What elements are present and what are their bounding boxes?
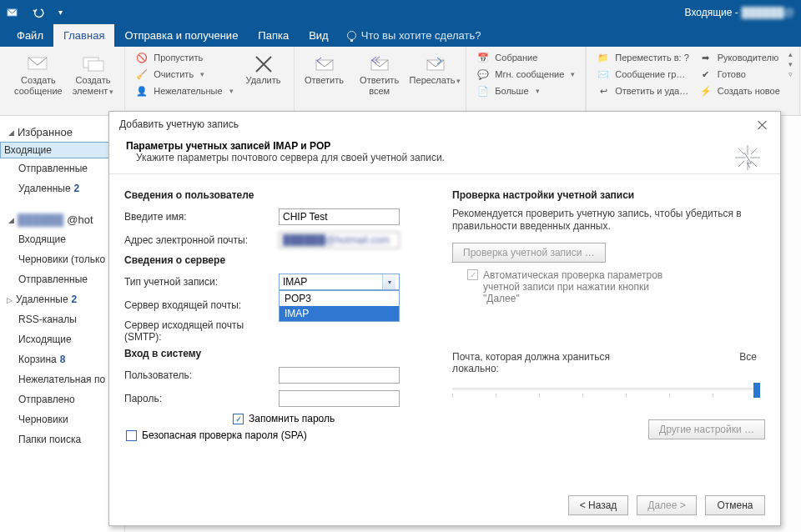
team-msg-button[interactable]: ✉️Сообщение гр… bbox=[593, 67, 693, 82]
slider-thumb[interactable] bbox=[753, 383, 760, 398]
nav-search-folders[interactable]: Папки поиска bbox=[0, 429, 124, 449]
clean-button[interactable]: 🧹Очистить▾ bbox=[132, 67, 236, 82]
slider-label: Почта, которая должна храниться локально… bbox=[452, 351, 619, 374]
favorites-group[interactable]: ◢Избранное bbox=[0, 123, 124, 142]
to-manager-button[interactable]: ➡︎Руководителю bbox=[696, 50, 783, 65]
skip-icon: 🚫 bbox=[135, 51, 149, 64]
server-section-header: Сведения о сервере bbox=[124, 254, 437, 266]
more-icon: 📄 bbox=[476, 84, 490, 98]
account-type-label: Тип учетной записи: bbox=[124, 276, 279, 288]
tab-home[interactable]: Главная bbox=[53, 24, 114, 47]
test-note: Рекомендуется проверить учетную запись, … bbox=[452, 208, 765, 233]
nav-inbox-2[interactable]: Входящие bbox=[0, 229, 124, 249]
calendar-icon: 📅 bbox=[476, 51, 490, 64]
spa-checkbox[interactable]: ✓ bbox=[126, 430, 137, 441]
nav-drafts-only[interactable]: Черновики (только bbox=[0, 249, 124, 269]
name-label: Введите имя: bbox=[124, 211, 279, 223]
qat-more-icon[interactable]: ▾ bbox=[58, 8, 63, 17]
caret-down-icon: ◢ bbox=[8, 128, 14, 137]
account-type-select[interactable]: IMAP▾ bbox=[279, 274, 400, 290]
quicksteps-up[interactable]: ▴ bbox=[788, 50, 793, 58]
offline-mail-slider[interactable] bbox=[452, 379, 765, 399]
window-title: Входящие - bbox=[685, 7, 738, 18]
svg-line-13 bbox=[738, 148, 744, 154]
dialog-right-column: Проверка настройки учетной записи Рекоме… bbox=[452, 184, 765, 441]
next-button[interactable]: Далее > bbox=[637, 495, 697, 515]
reply-icon bbox=[312, 53, 337, 73]
meeting-button[interactable]: 📅Собрание bbox=[473, 50, 578, 65]
nav-junk[interactable]: Нежелательная по bbox=[0, 369, 124, 389]
lightning-icon: ⚡ bbox=[699, 84, 713, 98]
auto-test-checkbox[interactable]: ✓ bbox=[467, 269, 478, 280]
junk-button[interactable]: 👤Нежелательные▾ bbox=[132, 83, 236, 98]
nav-sent[interactable]: Отправленные bbox=[0, 158, 124, 178]
nav-sent-3[interactable]: Отправлено bbox=[0, 389, 124, 409]
done-button[interactable]: ✔︎Готово bbox=[696, 67, 783, 82]
reply-all-icon bbox=[367, 53, 392, 73]
nav-deleted-2[interactable]: ▷Удаленные2 bbox=[0, 289, 124, 309]
nav-trash[interactable]: Корзина8 bbox=[0, 349, 124, 369]
bulb-icon bbox=[347, 31, 356, 40]
app-menu-icon[interactable] bbox=[7, 7, 20, 19]
move-to-button[interactable]: 📁Переместить в: ? bbox=[593, 50, 693, 65]
tab-file[interactable]: Файл bbox=[7, 24, 53, 47]
tab-view[interactable]: Вид bbox=[299, 24, 339, 47]
name-input[interactable] bbox=[279, 208, 400, 225]
forward-button[interactable]: Переслать▾ bbox=[411, 50, 460, 87]
option-pop3[interactable]: POP3 bbox=[280, 291, 399, 306]
nav-inbox[interactable]: Входящие bbox=[0, 142, 121, 158]
account-type-dropdown: POP3 IMAP bbox=[279, 290, 400, 322]
folder-icon: 📁 bbox=[597, 51, 610, 64]
nav-sent-2[interactable]: Отправленные bbox=[0, 269, 124, 289]
outgoing-server-label: Сервер исходящей почты (SMTP): bbox=[124, 319, 279, 343]
im-button[interactable]: 💬Мгн. сообщение▾ bbox=[473, 67, 578, 82]
svg-line-14 bbox=[751, 161, 757, 167]
tab-sendreceive[interactable]: Отправка и получение bbox=[114, 24, 248, 47]
dialog-left-column: Сведения о пользователе Введите имя: Адр… bbox=[124, 184, 437, 441]
more-settings-button[interactable]: Другие настройки … bbox=[648, 419, 765, 439]
dialog-close-button[interactable] bbox=[755, 118, 770, 133]
forward-icon bbox=[423, 53, 448, 73]
more-button[interactable]: 📄Больше▾ bbox=[473, 83, 578, 98]
nav-drafts-2[interactable]: Черновики bbox=[0, 409, 124, 429]
nav-outgoing[interactable]: Исходящие bbox=[0, 329, 124, 349]
delete-button[interactable]: Удалить bbox=[240, 50, 287, 86]
chat-icon: 💬 bbox=[476, 68, 490, 81]
password-input[interactable] bbox=[279, 390, 400, 407]
slider-value: Все bbox=[739, 351, 757, 374]
account-group[interactable]: ◢██████@hot bbox=[0, 210, 124, 229]
broom-icon: 🧹 bbox=[135, 68, 149, 81]
reply-del-icon: ↩︎ bbox=[597, 84, 610, 98]
title-bar: ▾ Входящие - ██████@ bbox=[0, 0, 801, 25]
user-section-header: Сведения о пользователе bbox=[124, 189, 437, 201]
tab-folder[interactable]: Папка bbox=[248, 24, 299, 47]
test-account-button[interactable]: Проверка учетной записи … bbox=[452, 243, 606, 263]
skip-button[interactable]: 🚫Пропустить bbox=[132, 50, 236, 65]
new-item-button[interactable]: Создать элемент▾ bbox=[68, 50, 118, 98]
svg-line-15 bbox=[751, 148, 757, 154]
caret-down-icon: ◢ bbox=[8, 216, 14, 224]
remember-password-label: Запомнить пароль bbox=[249, 413, 335, 424]
block-icon: 👤 bbox=[135, 84, 149, 98]
cancel-button[interactable]: Отмена bbox=[705, 495, 765, 515]
reply-delete-button[interactable]: ↩︎Ответить и уда… bbox=[593, 83, 693, 98]
nav-deleted[interactable]: Удаленные2 bbox=[0, 178, 124, 198]
dialog-title: Добавить учетную запись bbox=[119, 118, 239, 130]
test-section-header: Проверка настройки учетной записи bbox=[452, 189, 765, 201]
quicksteps-more[interactable]: ▿ bbox=[788, 70, 793, 78]
reply-all-button[interactable]: Ответить всем bbox=[351, 50, 408, 97]
email-input[interactable] bbox=[279, 232, 400, 248]
username-input[interactable] bbox=[279, 367, 400, 384]
create-new-button[interactable]: ⚡Создать новое bbox=[696, 83, 783, 98]
undo-icon[interactable] bbox=[32, 7, 47, 19]
quicksteps-down[interactable]: ▾ bbox=[788, 60, 793, 68]
reply-button[interactable]: Ответить bbox=[301, 50, 348, 86]
remember-password-checkbox[interactable]: ✓ bbox=[233, 414, 244, 424]
folder-pane: ◢Избранное Входящие Отправленные Удаленн… bbox=[0, 116, 125, 532]
option-imap[interactable]: IMAP bbox=[280, 306, 399, 321]
tell-me-search[interactable]: Что вы хотите сделать? bbox=[339, 24, 490, 47]
nav-rss[interactable]: RSS-каналы bbox=[0, 309, 124, 329]
new-message-button[interactable]: Создать сообщение bbox=[12, 50, 65, 97]
back-button[interactable]: < Назад bbox=[568, 495, 628, 515]
chevron-down-icon: ▾ bbox=[382, 274, 395, 289]
